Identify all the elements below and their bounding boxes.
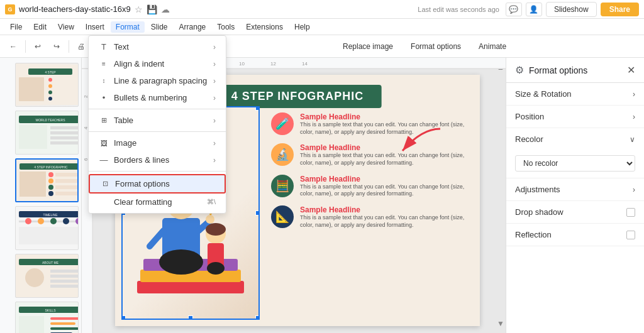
comments-icon[interactable]: 💬 — [506, 3, 522, 16]
dropdown-clear-formatting[interactable]: Clear formatting ⌘\ — [89, 194, 226, 210]
position-chevron-icon: › — [633, 112, 635, 121]
avatar-icon[interactable]: 👤 — [526, 3, 542, 16]
clear-shortcut: ⌘\ — [207, 198, 216, 206]
save-icon[interactable]: 💾 — [147, 4, 157, 14]
menu-insert[interactable]: Insert — [80, 21, 109, 33]
menu-slide[interactable]: Slide — [146, 21, 173, 33]
svg-rect-49 — [50, 285, 78, 288]
dropdown-table[interactable]: ⊞ Table › — [89, 112, 226, 129]
slide-2-thumbnail: WORLD TEACHERS — [16, 112, 78, 153]
handle-tr[interactable] — [255, 106, 260, 111]
text-arrow-icon: › — [213, 43, 216, 52]
toolbar-undo[interactable]: ↩ — [30, 38, 46, 55]
svg-point-39 — [63, 218, 69, 224]
dropdown-bullets-label: Bullets & numbering — [114, 93, 187, 102]
dropdown-text[interactable]: T Text › — [89, 38, 226, 55]
animate-button[interactable]: Animate — [472, 40, 513, 53]
menu-edit[interactable]: Edit — [28, 21, 52, 33]
toolbar-redo[interactable]: ↪ — [48, 38, 65, 55]
svg-point-30 — [48, 191, 53, 196]
svg-point-78 — [159, 249, 203, 275]
svg-text:WORLD TEACHERS: WORLD TEACHERS — [35, 118, 65, 122]
handle-br[interactable] — [255, 315, 260, 320]
svg-rect-3 — [19, 77, 44, 101]
slide-thumb-4[interactable]: TIMELINE — [15, 206, 79, 250]
svg-rect-53 — [19, 316, 44, 333]
toolbar-print[interactable]: 🖨 — [73, 38, 89, 55]
format-section-recolor-header[interactable]: Recolor ∨ — [506, 128, 644, 150]
svg-rect-18 — [50, 136, 78, 139]
format-panel-close[interactable]: ✕ — [627, 64, 635, 76]
format-section-position-title: Position — [515, 112, 544, 121]
dropdown-image[interactable]: 🖼 Image › — [89, 134, 226, 151]
slide-thumb-2[interactable]: WORLD TEACHERS — [15, 111, 79, 155]
reflection-checkbox[interactable] — [626, 231, 635, 239]
cloud-icon[interactable]: ☁ — [161, 4, 170, 14]
format-dropdown-menu: T Text › ≡ Align & indent › ↕ Line & par… — [88, 35, 226, 214]
slide-thumb-6[interactable]: SKILLS — [15, 302, 79, 333]
sep2 — [69, 40, 69, 53]
scroll-down[interactable]: ▼ — [497, 319, 504, 328]
handle-rm[interactable] — [255, 210, 260, 216]
svg-point-38 — [50, 218, 57, 224]
slide-wrapper-3: 3 4 STEP INFOGRAPHIC — [3, 158, 79, 202]
info-body-4: This is a sample text that you can edit.… — [300, 214, 472, 229]
svg-text:4 STEP INFOGRAPHIC: 4 STEP INFOGRAPHIC — [34, 165, 68, 169]
svg-rect-54 — [50, 317, 78, 320]
slide-title: 4 STEP INFOGRAPHIC — [214, 85, 382, 108]
info-row-2: 🔬 Sample Headline This is a sample text … — [271, 143, 472, 166]
svg-point-85 — [206, 215, 214, 224]
dropdown-format-options[interactable]: ⊡ Format options — [89, 174, 226, 194]
toolbar-back[interactable]: ← — [5, 38, 21, 55]
format-section-reflection-header[interactable]: Reflection — [506, 224, 644, 246]
slide-thumb-5[interactable]: ABOUT ME — [15, 254, 79, 298]
format-section-adjustments-header[interactable]: Adjustments › — [506, 178, 644, 200]
dropdown-borders[interactable]: — Borders & lines › — [89, 151, 226, 168]
menu-view[interactable]: View — [53, 21, 79, 33]
recolor-select[interactable]: No recolor Light 1 Light 2 Dark 1 Dark 2 — [515, 155, 635, 172]
svg-text:12: 12 — [270, 61, 276, 67]
handle-bm[interactable] — [188, 315, 193, 320]
dropdown-borders-label: Borders & lines — [114, 155, 169, 165]
info-text-4: Sample Headline This is a sample text th… — [300, 205, 472, 229]
menu-file[interactable]: File — [5, 21, 27, 33]
format-section-position-header[interactable]: Position › — [506, 106, 644, 128]
dropdown-spacing[interactable]: ↕ Line & paragraph spacing › — [89, 72, 226, 89]
handle-bl[interactable] — [121, 315, 126, 320]
menu-extensions[interactable]: Extensions — [241, 21, 288, 33]
dropdown-bullets-left: • Bullets & numbering — [99, 93, 187, 102]
borders-icon: — — [99, 155, 109, 165]
svg-rect-56 — [50, 327, 78, 330]
slideshow-button[interactable]: Slideshow — [546, 2, 597, 17]
info-icon-3: 🧮 — [271, 175, 294, 197]
dropdown-format-options-label: Format options — [115, 179, 170, 188]
share-button[interactable]: Share — [601, 3, 639, 16]
slide-thumb-1[interactable]: 4 STEP — [15, 63, 79, 107]
slide-wrapper-4: 4 TIMELINE — [3, 206, 79, 250]
bullets-arrow-icon: › — [213, 94, 216, 102]
slide-wrapper-2: 2 WORLD TEACHERS — [3, 111, 79, 155]
menu-tools[interactable]: Tools — [212, 21, 240, 33]
title-bar: G world-teachers-day-static-16x9 ☆ 💾 ☁ L… — [0, 0, 644, 19]
dropshadow-checkbox[interactable] — [626, 208, 635, 217]
star-icon[interactable]: ☆ — [135, 4, 143, 14]
slide-4-thumbnail: TIMELINE — [16, 208, 78, 248]
replace-image-button[interactable]: Replace image — [336, 40, 399, 53]
menu-arrange[interactable]: Arrange — [174, 21, 211, 33]
format-panel-header: ⚙ Format options ✕ — [506, 58, 644, 83]
svg-rect-19 — [50, 141, 78, 145]
dropdown-bullets[interactable]: • Bullets & numbering › — [89, 89, 226, 106]
svg-point-37 — [38, 218, 44, 224]
format-options-toolbar-button[interactable]: Format options — [404, 40, 467, 53]
menu-format[interactable]: Format — [111, 21, 145, 33]
info-body-2: This is a sample text that you can edit.… — [300, 152, 472, 166]
svg-rect-74 — [137, 281, 244, 293]
format-options-icon: ⊡ — [100, 180, 110, 188]
menu-help[interactable]: Help — [289, 21, 315, 33]
svg-rect-27 — [55, 179, 77, 183]
slide-thumb-3[interactable]: 4 STEP INFOGRAPHIC — [15, 158, 79, 202]
format-section-size-header[interactable]: Size & Rotation › — [506, 83, 644, 105]
dropdown-align[interactable]: ≡ Align & indent › — [89, 55, 226, 72]
format-section-dropshadow-header[interactable]: Drop shadow — [506, 201, 644, 223]
svg-rect-17 — [50, 131, 78, 134]
